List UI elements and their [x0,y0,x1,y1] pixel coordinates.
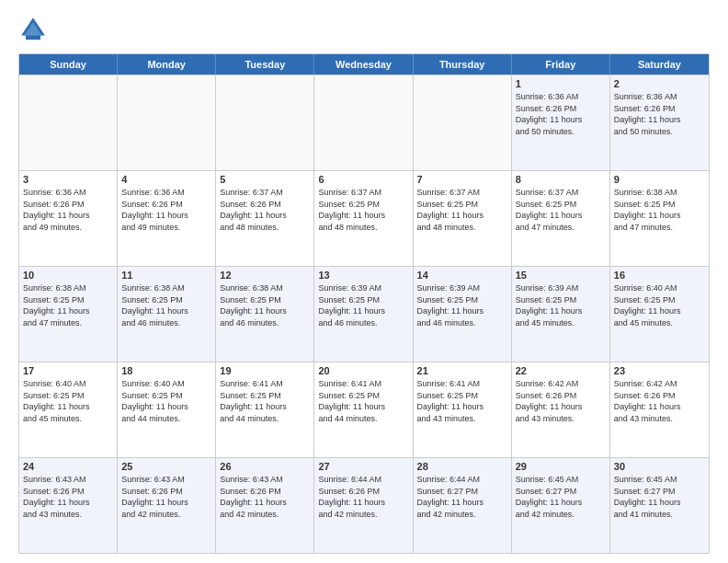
cell-info: Sunrise: 6:42 AM Sunset: 6:26 PM Dayligh… [516,378,606,424]
calendar-cell-1-4: 7Sunrise: 6:37 AM Sunset: 6:25 PM Daylig… [414,171,512,266]
calendar-cell-0-3 [314,75,413,170]
day-number: 29 [516,461,606,472]
calendar-cell-2-5: 15Sunrise: 6:39 AM Sunset: 6:25 PM Dayli… [512,267,610,362]
calendar-body: 1Sunrise: 6:36 AM Sunset: 6:26 PM Daylig… [19,75,709,553]
header [18,15,710,44]
day-number: 7 [417,174,507,185]
day-number: 6 [318,174,408,185]
day-number: 15 [516,270,606,281]
calendar-cell-2-3: 13Sunrise: 6:39 AM Sunset: 6:25 PM Dayli… [314,267,413,362]
calendar-row-3: 17Sunrise: 6:40 AM Sunset: 6:25 PM Dayli… [19,362,709,457]
calendar-cell-1-1: 4Sunrise: 6:36 AM Sunset: 6:26 PM Daylig… [118,171,216,266]
cell-info: Sunrise: 6:40 AM Sunset: 6:25 PM Dayligh… [121,378,211,424]
cell-info: Sunrise: 6:45 AM Sunset: 6:27 PM Dayligh… [614,474,705,520]
calendar-cell-3-3: 20Sunrise: 6:41 AM Sunset: 6:25 PM Dayli… [314,362,413,457]
calendar-cell-1-2: 5Sunrise: 6:37 AM Sunset: 6:26 PM Daylig… [216,171,314,266]
day-number: 13 [318,270,408,281]
day-number: 19 [220,365,310,376]
calendar-cell-0-1 [118,75,216,170]
day-number: 9 [614,174,705,185]
day-number: 20 [318,365,408,376]
cell-info: Sunrise: 6:39 AM Sunset: 6:25 PM Dayligh… [417,282,507,328]
calendar-cell-3-2: 19Sunrise: 6:41 AM Sunset: 6:25 PM Dayli… [216,362,314,457]
calendar-cell-3-5: 22Sunrise: 6:42 AM Sunset: 6:26 PM Dayli… [512,362,610,457]
day-number: 16 [614,270,705,281]
calendar-cell-3-4: 21Sunrise: 6:41 AM Sunset: 6:25 PM Dayli… [414,362,512,457]
calendar-cell-2-4: 14Sunrise: 6:39 AM Sunset: 6:25 PM Dayli… [414,267,512,362]
cell-info: Sunrise: 6:36 AM Sunset: 6:26 PM Dayligh… [121,187,211,233]
calendar-row-1: 3Sunrise: 6:36 AM Sunset: 6:26 PM Daylig… [19,170,709,266]
cell-info: Sunrise: 6:44 AM Sunset: 6:26 PM Dayligh… [318,474,408,520]
calendar-cell-1-3: 6Sunrise: 6:37 AM Sunset: 6:25 PM Daylig… [314,171,413,266]
calendar-cell-0-0 [19,75,118,170]
weekday-monday: Monday [118,54,216,75]
calendar: SundayMondayTuesdayWednesdayThursdayFrid… [18,53,710,554]
day-number: 10 [23,270,113,281]
day-number: 24 [23,461,113,472]
day-number: 27 [318,461,408,472]
calendar-cell-0-5: 1Sunrise: 6:36 AM Sunset: 6:26 PM Daylig… [512,75,610,170]
calendar-cell-3-6: 23Sunrise: 6:42 AM Sunset: 6:26 PM Dayli… [610,362,709,457]
cell-info: Sunrise: 6:41 AM Sunset: 6:25 PM Dayligh… [417,378,507,424]
cell-info: Sunrise: 6:45 AM Sunset: 6:27 PM Dayligh… [516,474,606,520]
weekday-saturday: Saturday [610,54,709,75]
calendar-cell-0-4 [414,75,512,170]
day-number: 1 [516,78,606,89]
calendar-cell-2-6: 16Sunrise: 6:40 AM Sunset: 6:25 PM Dayli… [610,267,709,362]
day-number: 22 [516,365,606,376]
calendar-cell-4-1: 25Sunrise: 6:43 AM Sunset: 6:26 PM Dayli… [118,458,216,553]
calendar-cell-4-6: 30Sunrise: 6:45 AM Sunset: 6:27 PM Dayli… [610,458,709,553]
calendar-cell-1-0: 3Sunrise: 6:36 AM Sunset: 6:26 PM Daylig… [19,171,118,266]
cell-info: Sunrise: 6:42 AM Sunset: 6:26 PM Dayligh… [614,378,705,424]
day-number: 8 [516,174,606,185]
calendar-cell-4-0: 24Sunrise: 6:43 AM Sunset: 6:26 PM Dayli… [19,458,118,553]
day-number: 17 [23,365,113,376]
cell-info: Sunrise: 6:40 AM Sunset: 6:25 PM Dayligh… [614,282,705,328]
cell-info: Sunrise: 6:37 AM Sunset: 6:26 PM Dayligh… [220,187,310,233]
page: SundayMondayTuesdayWednesdayThursdayFrid… [0,0,728,563]
day-number: 25 [121,461,211,472]
cell-info: Sunrise: 6:43 AM Sunset: 6:26 PM Dayligh… [121,474,211,520]
cell-info: Sunrise: 6:36 AM Sunset: 6:26 PM Dayligh… [516,91,606,137]
calendar-cell-0-6: 2Sunrise: 6:36 AM Sunset: 6:26 PM Daylig… [610,75,709,170]
cell-info: Sunrise: 6:40 AM Sunset: 6:25 PM Dayligh… [23,378,113,424]
calendar-cell-2-0: 10Sunrise: 6:38 AM Sunset: 6:25 PM Dayli… [19,267,118,362]
day-number: 14 [417,270,507,281]
calendar-cell-1-5: 8Sunrise: 6:37 AM Sunset: 6:25 PM Daylig… [512,171,610,266]
day-number: 5 [220,174,310,185]
calendar-cell-4-2: 26Sunrise: 6:43 AM Sunset: 6:26 PM Dayli… [216,458,314,553]
calendar-row-4: 24Sunrise: 6:43 AM Sunset: 6:26 PM Dayli… [19,457,709,553]
day-number: 12 [220,270,310,281]
calendar-cell-4-3: 27Sunrise: 6:44 AM Sunset: 6:26 PM Dayli… [314,458,413,553]
day-number: 21 [417,365,507,376]
calendar-header: SundayMondayTuesdayWednesdayThursdayFrid… [19,54,709,75]
day-number: 2 [614,78,705,89]
day-number: 4 [121,174,211,185]
weekday-sunday: Sunday [19,54,118,75]
calendar-cell-3-0: 17Sunrise: 6:40 AM Sunset: 6:25 PM Dayli… [19,362,118,457]
calendar-row-2: 10Sunrise: 6:38 AM Sunset: 6:25 PM Dayli… [19,266,709,362]
day-number: 3 [23,174,113,185]
day-number: 23 [614,365,705,376]
calendar-cell-2-1: 11Sunrise: 6:38 AM Sunset: 6:25 PM Dayli… [118,267,216,362]
cell-info: Sunrise: 6:36 AM Sunset: 6:26 PM Dayligh… [23,187,113,233]
calendar-cell-3-1: 18Sunrise: 6:40 AM Sunset: 6:25 PM Dayli… [118,362,216,457]
cell-info: Sunrise: 6:37 AM Sunset: 6:25 PM Dayligh… [318,187,408,233]
cell-info: Sunrise: 6:38 AM Sunset: 6:25 PM Dayligh… [220,282,310,328]
cell-info: Sunrise: 6:43 AM Sunset: 6:26 PM Dayligh… [23,474,113,520]
calendar-cell-2-2: 12Sunrise: 6:38 AM Sunset: 6:25 PM Dayli… [216,267,314,362]
day-number: 28 [417,461,507,472]
cell-info: Sunrise: 6:41 AM Sunset: 6:25 PM Dayligh… [318,378,408,424]
cell-info: Sunrise: 6:38 AM Sunset: 6:25 PM Dayligh… [121,282,211,328]
cell-info: Sunrise: 6:39 AM Sunset: 6:25 PM Dayligh… [318,282,408,328]
cell-info: Sunrise: 6:39 AM Sunset: 6:25 PM Dayligh… [516,282,606,328]
calendar-cell-4-4: 28Sunrise: 6:44 AM Sunset: 6:27 PM Dayli… [414,458,512,553]
weekday-friday: Friday [512,54,610,75]
day-number: 30 [614,461,705,472]
calendar-cell-0-2 [216,75,314,170]
weekday-wednesday: Wednesday [314,54,413,75]
logo-icon [18,15,48,44]
svg-rect-2 [26,35,40,40]
day-number: 18 [121,365,211,376]
calendar-cell-4-5: 29Sunrise: 6:45 AM Sunset: 6:27 PM Dayli… [512,458,610,553]
